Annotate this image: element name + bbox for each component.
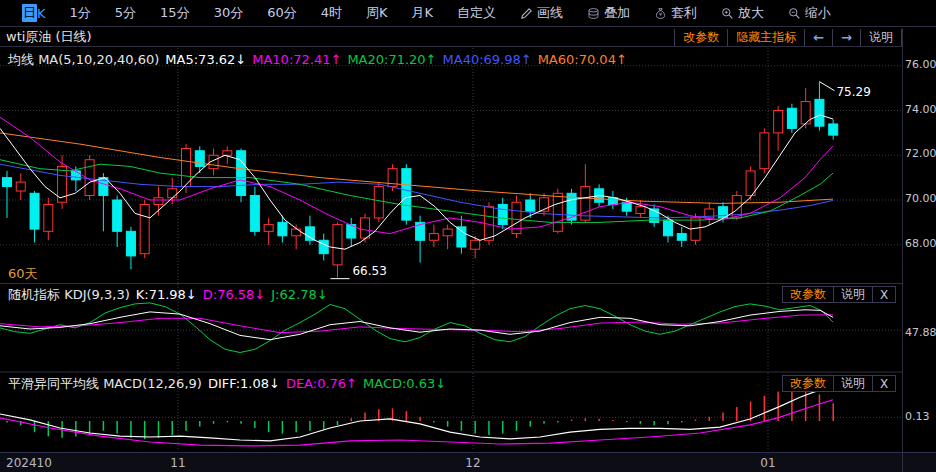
candle-body: [3, 178, 12, 187]
candle-body: [457, 227, 466, 247]
kdj-button-0[interactable]: 改参数: [782, 286, 834, 303]
candle-body: [581, 187, 590, 221]
kdj-tick: 47.88: [905, 326, 936, 339]
candle-body: [498, 204, 507, 224]
candle-body: [402, 169, 411, 220]
axis-divider: [902, 28, 903, 472]
candle-body: [44, 204, 53, 231]
candle-body: [333, 225, 342, 265]
high-marker: [819, 82, 834, 91]
time-axis: 202410111201: [0, 452, 936, 472]
macd-button-1[interactable]: 说明: [833, 375, 873, 392]
candle-body: [278, 222, 287, 235]
price-tick: 74.00: [905, 103, 936, 116]
candle-body: [71, 171, 80, 180]
candle-body: [237, 151, 246, 196]
macd-tick: 0.13: [905, 410, 930, 423]
macd-button-close[interactable]: X: [872, 375, 896, 392]
time-tick: 12: [465, 456, 480, 470]
price-tick: 68.00: [905, 237, 936, 250]
candle-body: [815, 99, 824, 126]
candle-body: [264, 225, 273, 232]
candle-body: [787, 108, 796, 128]
macd-button-0[interactable]: 改参数: [782, 375, 834, 392]
candle-body: [429, 234, 438, 241]
candle-body: [223, 151, 232, 155]
candle-body: [608, 198, 617, 205]
candle-body: [250, 196, 259, 232]
candle-body: [361, 218, 370, 238]
candle-body: [30, 193, 39, 229]
candle-body: [195, 151, 204, 167]
candle-body: [760, 133, 769, 169]
time-tick: 01: [760, 456, 775, 470]
kdj-button-1[interactable]: 说明: [833, 286, 873, 303]
time-tick: 202410: [6, 456, 52, 470]
low-annotation: 66.53: [352, 264, 386, 278]
candle-body: [774, 111, 783, 133]
kdj-j-line: [0, 303, 833, 353]
candle-body: [443, 229, 452, 236]
price-axis: 76.0074.0072.0070.0068.0047.880.13: [903, 0, 936, 472]
candle-body: [140, 204, 149, 253]
candle-body: [374, 187, 383, 218]
candle-body: [746, 171, 755, 196]
chart-canvas[interactable]: 66.5375.29: [0, 48, 902, 452]
candle-body: [154, 198, 163, 205]
price-tick: 72.00: [905, 147, 936, 160]
candle-body: [168, 189, 177, 198]
candle-body: [16, 182, 25, 191]
candle-body: [305, 227, 314, 240]
kdj-panel-buttons: 改参数说明X: [783, 286, 896, 303]
candle-body: [126, 231, 135, 256]
candle-body: [526, 200, 535, 211]
macd-diff-line: [0, 389, 833, 441]
candle-body: [471, 240, 480, 249]
candle-body: [636, 207, 645, 214]
high-annotation: 75.29: [836, 85, 870, 99]
kdj-k-line: [0, 310, 833, 340]
candle-body: [829, 124, 838, 135]
chart-area: 66.5375.29 均线 MA(5,10,20,40,60)MA5:73.62…: [0, 0, 936, 472]
candle-body: [677, 234, 686, 241]
app-window: 日K1分5分15分30分60分4时周K月K自定义画线叠加¥套利放大缩小 wti原…: [0, 0, 936, 472]
candle-body: [292, 229, 301, 236]
candle-body: [553, 193, 562, 231]
candle-body: [663, 220, 672, 236]
candle-body: [113, 200, 122, 231]
price-tick: 70.00: [905, 192, 936, 205]
price-tick: 76.00: [905, 58, 936, 71]
time-tick: 11: [170, 456, 185, 470]
kdj-button-close[interactable]: X: [872, 286, 896, 303]
macd-panel-buttons: 改参数说明X: [783, 375, 896, 392]
